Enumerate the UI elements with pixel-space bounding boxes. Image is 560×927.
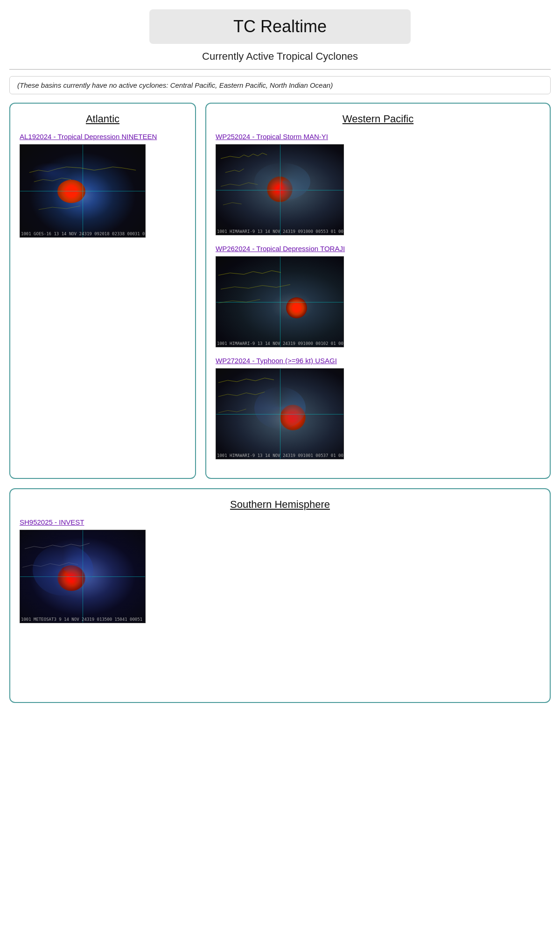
wp25-image: 1001 HIMAWARI-9 13 14 NOV 24319 091000 0… [216,144,344,235]
southern-hemisphere-basin-card: Southern Hemisphere SH952025 - INVEST 10… [9,488,551,703]
divider [9,69,551,70]
sh95-crosshair [20,530,145,623]
wp27-image: 1001 HIMAWARI-9 13 14 NOV 24319 091001 0… [216,368,344,459]
header-box: TC Realtime [149,9,411,44]
wp26-caption: 1001 HIMAWARI-9 13 14 NOV 24319 091000 0… [217,341,343,346]
atlantic-basin-card: Atlantic AL192024 - Tropical Depression … [9,103,196,479]
basins-bottom-row: Southern Hemisphere SH952025 - INVEST 10… [9,488,551,703]
wp25-caption: 1001 HIMAWARI-9 13 14 NOV 24319 091000 0… [217,229,343,234]
al19-image: 1001 GOES-16 13 14 NOV 24319 092018 0233… [20,144,146,238]
wp25-link[interactable]: WP252024 - Tropical Storm MAN-YI [216,133,540,140]
atlantic-basin-title: Atlantic [20,113,186,125]
basins-row: Atlantic AL192024 - Tropical Depression … [9,103,551,479]
no-active-notice: (These basins currently have no active c… [9,76,551,94]
southern-hemisphere-basin-title: Southern Hemisphere [20,499,540,511]
al19-crosshair [20,145,145,237]
wp26-link[interactable]: WP262024 - Tropical Depression TORAJI [216,245,540,253]
page-subtitle: Currently Active Tropical Cyclones [0,50,560,63]
sh95-caption: 1001 METEOSAT3 9 14 NOV 24319 013500 150… [21,617,146,622]
western-pacific-basin-card: Western Pacific WP252024 - Tropical Stor… [205,103,551,479]
wp27-crosshair [216,369,343,459]
wp26-image: 1001 HIMAWARI-9 13 14 NOV 24319 091000 0… [216,256,344,347]
western-pacific-basin-title: Western Pacific [216,113,540,125]
sh95-link[interactable]: SH952025 - INVEST [20,518,540,526]
al19-link[interactable]: AL192024 - Tropical Depression NINETEEN [20,133,186,140]
wp27-caption: 1001 HIMAWARI-9 13 14 NOV 24319 091001 0… [217,453,343,458]
wp26-crosshair [216,257,343,347]
sh95-image: 1001 METEOSAT3 9 14 NOV 24319 013500 150… [20,530,146,623]
wp27-link[interactable]: WP272024 - Typhoon (>=96 kt) USAGI [216,357,540,365]
wp25-crosshair [216,145,343,235]
page-title: TC Realtime [161,17,399,36]
al19-caption: 1001 GOES-16 13 14 NOV 24319 092018 0233… [21,232,146,236]
